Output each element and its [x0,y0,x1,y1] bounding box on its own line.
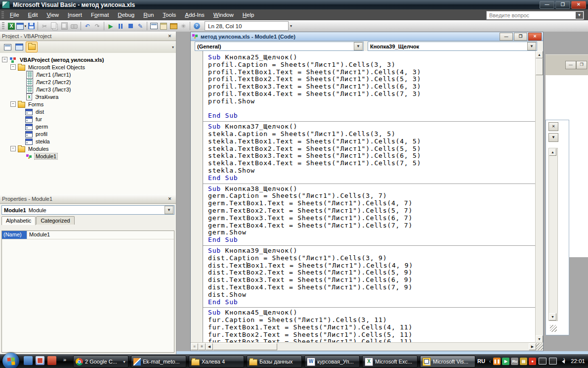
code-line[interactable]: germ.Caption = Sheets("Лист1").Cells(3, … [208,192,536,200]
resize-grip[interactable] [536,343,543,350]
tray-yellow-icon[interactable]: ▤ [520,358,527,365]
tree-item-excel-objects-folder[interactable]: −Microsoft Excel Objects [0,63,176,71]
code-line[interactable]: germ.TextBox4.Text = Sheets("Лист1").Cel… [208,222,536,230]
code-line[interactable]: Sub Кнопка39_Щелчок() [208,247,536,255]
procedure-view-button[interactable]: = [191,343,198,350]
code-editor[interactable]: Sub Кнопка25_Щелчок()profil.Caption = Sh… [203,51,536,343]
code-line[interactable]: stekla.TextBox1.Text = Sheets("Лист1").C… [208,138,536,145]
collapse-icon[interactable]: − [10,64,16,70]
chevron-down-icon[interactable]: ▼ [354,42,363,50]
tree-item-thisworkbook[interactable]: xЭтаКнига [0,93,176,100]
quick-red-icon[interactable] [47,356,56,365]
code-line[interactable]: Sub Кнопка25_Щелчок() [208,54,536,61]
code-line[interactable]: stekla.Caption = Sheets("Лист1").Cells(3… [208,131,536,138]
scroll-down-icon[interactable]: ▼ [549,313,556,321]
procedure-dropdown[interactable]: Кнопка39_Щелчок ▼ [368,42,537,51]
task-bazy[interactable]: Базы данных [247,356,302,368]
code-line[interactable]: dist.TextBox1.Text = Sheets("Лист1").Cel… [208,262,536,270]
tray-red-icon[interactable]: ● [529,358,536,365]
tab-alphabetic[interactable]: Alphabetic [1,216,36,225]
show-desktop-icon[interactable] [24,356,33,365]
code-line[interactable]: fur.TextBox2.Text = Sheets("Лист1").Cell… [208,331,536,339]
horizontal-scrollbar[interactable]: = ≡ ◀ ▶ [191,342,543,351]
task-vb[interactable]: Microsoft Vis... [420,356,475,368]
design-mode-icon[interactable]: ✎ [135,21,145,31]
code-line[interactable] [208,105,536,113]
scroll-down-icon[interactable]: ▼ [536,335,543,343]
code-line[interactable]: End Sub [208,112,536,120]
minimize-button[interactable]: — [565,61,576,69]
chevron-down-icon[interactable]: ▼ [165,206,173,214]
question-combo[interactable]: Введите вопрос ▼ [486,11,584,20]
menu-item-debug[interactable]: Debug [113,10,139,19]
chevron-down-icon[interactable]: ▼ [527,42,536,50]
scrollbar[interactable]: ▲ ▼ [548,148,558,321]
scrollbar-thumb[interactable] [213,343,277,350]
save-icon[interactable] [26,21,36,31]
toolbox-icon[interactable]: ✳ [178,21,188,31]
break-icon[interactable] [116,21,126,31]
code-line[interactable]: profil.TextBox2.Text = Sheets("Лист1").C… [208,76,536,83]
code-line[interactable]: germ.TextBox1.Text = Sheets("Лист1").Cel… [208,200,536,207]
menu-item-format[interactable]: Format [86,10,113,19]
undo-icon[interactable]: ↶ [83,21,92,31]
menu-item-tools[interactable]: Tools [158,10,180,19]
object-browser-icon[interactable] [168,21,178,31]
property-value-cell[interactable]: Module1 [27,231,174,239]
find-icon[interactable] [69,21,79,31]
language-indicator[interactable]: RU [476,357,487,365]
cut-icon[interactable]: ✂ [40,21,49,31]
tree-item-module1[interactable]: Module1 [0,152,176,160]
tree-item-sheet1[interactable]: Лист1 (Лист1) [0,71,176,78]
network-icon[interactable] [549,358,557,365]
close-icon[interactable]: ✕ [548,122,558,131]
restore-button[interactable]: ❐ [555,1,570,9]
menu-item-addins[interactable]: Add-Ins [180,10,209,19]
menu-item-window[interactable]: Window [209,10,238,19]
close-button[interactable]: ✕ [528,33,542,41]
tray-chevron-icon[interactable]: ‹ [489,359,491,364]
menu-item-view[interactable]: View [42,10,63,19]
code-line[interactable]: profil.TextBox3.Text = Sheets("Лист1").C… [208,83,536,91]
tree-item-vbaproject-root[interactable]: −VBAProject (метод уилсона.xls) [0,56,176,63]
full-module-view-button[interactable]: ≡ [198,343,206,350]
code-line[interactable]: dist.TextBox4.Text = Sheets("Лист1").Cel… [208,284,536,291]
properties-window-icon[interactable] [159,21,168,31]
clipboard-icon[interactable] [539,358,546,365]
scroll-right-icon[interactable]: ▶ [529,343,536,350]
vertical-scrollbar[interactable]: ▲ ▼ [535,51,543,343]
scroll-up-icon[interactable]: ▲ [549,148,556,156]
paste-icon[interactable] [59,21,69,31]
tray-utorrent-icon[interactable]: ❚❚ [493,358,501,365]
task-ekmat[interactable]: Ek-mat_meto... [131,356,186,368]
code-line[interactable]: End Sub [208,236,536,244]
code-line[interactable]: germ.Show [208,229,536,236]
code-line[interactable]: Sub Кнопка37_Щелчок() [208,123,536,131]
chevron-down-icon[interactable]: ▼ [576,12,583,19]
collapse-icon[interactable]: − [10,101,16,107]
run-macro-icon[interactable]: ▶ [106,21,116,31]
property-name-cell[interactable]: (Name) [2,231,27,239]
code-line[interactable]: End Sub [208,175,536,182]
minimize-button[interactable]: — [540,1,554,9]
view-code-button[interactable] [2,42,13,52]
redo-icon[interactable]: ↷ [92,21,102,31]
insert-userform-icon[interactable]: ▾ [16,21,26,31]
scroll-left-icon[interactable]: ◀ [206,343,213,350]
menu-item-insert[interactable]: Insert [63,10,86,19]
code-line[interactable]: stekla.TextBox3.Text = Sheets("Лист1").C… [208,152,536,160]
tree-item-form-germ[interactable]: germ [0,123,176,130]
code-line[interactable]: dist.TextBox3.Text = Sheets("Лист1").Cel… [208,276,536,284]
reset-icon[interactable] [126,21,135,31]
tree-item-modules-folder[interactable]: −Modules [0,145,176,152]
restore-button[interactable]: ❐ [576,61,587,69]
quick-save-icon[interactable] [36,356,44,365]
start-button[interactable] [2,353,19,368]
close-button[interactable]: ✕ [571,1,586,9]
toolbar-options-chevron[interactable]: ▾ [290,24,292,28]
task-chrome[interactable]: 2 Google C...▼ [73,356,128,368]
collapse-icon[interactable]: − [2,57,7,62]
object-selector-combo[interactable]: Module1 Module ▼ [1,205,174,215]
minimize-button[interactable]: — [500,33,513,41]
code-line[interactable]: stekla.Show [208,167,536,175]
